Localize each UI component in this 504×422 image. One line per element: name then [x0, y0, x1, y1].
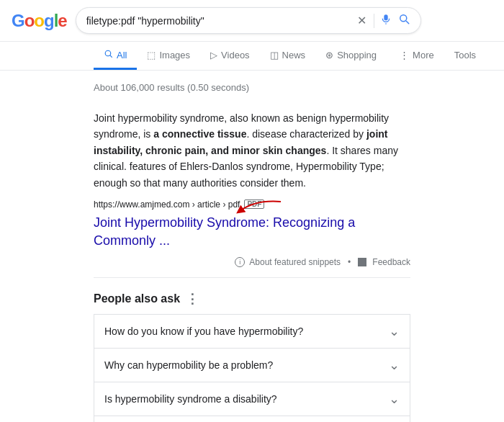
about-snippets: i About featured snippets • Feedback [94, 257, 410, 267]
feedback-link[interactable]: Feedback [372, 257, 410, 267]
results-count: About 106,000 results (0.50 seconds) [94, 82, 410, 93]
tab-news-label: News [282, 50, 306, 60]
tab-more[interactable]: ⋮ More [390, 42, 444, 70]
snippet-url-row: https://www.amjmed.com › article › pdf P… [94, 199, 410, 210]
snippet-url-container: https://www.amjmed.com › article › pdf P… [94, 199, 410, 212]
paa-item-2[interactable]: Is hypermobility syndrome a disability? … [94, 382, 410, 416]
tab-news[interactable]: ◫ News [260, 42, 316, 70]
paa-question-1: Why can hypermobility be a problem? [104, 359, 273, 371]
tab-images[interactable]: ⬚ Images [137, 42, 200, 70]
tab-more-label: More [413, 50, 434, 60]
all-icon [104, 49, 113, 60]
tab-all[interactable]: All [94, 42, 137, 70]
divider [374, 14, 374, 28]
paa-question-2: Is hypermobility syndrome a disability? [104, 393, 277, 405]
mic-icon[interactable] [380, 14, 392, 28]
more-dots-icon: ⋮ [400, 50, 409, 60]
red-arrow-annotation [234, 198, 284, 220]
paa-chevron-2: ⌄ [389, 391, 400, 407]
snippet-bold1: a connective tissue [153, 128, 246, 140]
paa-item-3[interactable]: Is hypermobility linked to ADHD? ⌄ [94, 416, 410, 422]
search-bar[interactable]: ✕ [76, 7, 421, 34]
tab-videos-label: Videos [221, 50, 250, 60]
videos-icon: ▷ [210, 50, 217, 60]
tab-videos[interactable]: ▷ Videos [200, 42, 260, 70]
about-snippets-link[interactable]: About featured snippets [249, 257, 341, 267]
paa-chevron-1: ⌄ [389, 357, 400, 373]
news-icon: ◫ [270, 50, 279, 60]
paa-item-1[interactable]: Why can hypermobility be a problem? ⌄ [94, 349, 410, 382]
nav-tabs: All ⬚ Images ▷ Videos ◫ News ⊛ Shopping … [0, 42, 504, 71]
snippet-url: https://www.amjmed.com › article › pdf [94, 199, 240, 210]
search-submit-icon[interactable] [397, 12, 410, 29]
snippet-mid: . disease characterized by [246, 128, 366, 140]
paa-header: People also ask ⋮ [94, 291, 410, 307]
tab-all-label: All [117, 50, 127, 60]
paa-options-icon[interactable]: ⋮ [186, 291, 199, 307]
snippet-text: Joint hypermobility syndrome, also known… [94, 110, 410, 191]
search-input[interactable] [86, 15, 350, 27]
paa-item-0[interactable]: How do you know if you have hypermobilit… [94, 314, 410, 349]
paa-heading: People also ask [94, 292, 180, 305]
shopping-icon: ⊛ [325, 50, 333, 60]
images-icon: ⬚ [147, 50, 156, 60]
header: Google ✕ [0, 0, 504, 42]
people-also-ask-section: People also ask ⋮ How do you know if you… [94, 291, 410, 422]
main-content: About 106,000 results (0.50 seconds) Joi… [0, 71, 504, 422]
info-icon: i [235, 257, 245, 267]
tab-images-label: Images [159, 50, 190, 60]
google-logo: Google [12, 11, 67, 31]
paa-chevron-0: ⌄ [389, 323, 400, 339]
tab-shopping[interactable]: ⊛ Shopping [315, 42, 387, 70]
tab-shopping-label: Shopping [337, 50, 377, 60]
featured-snippet: Joint hypermobility syndrome, also known… [94, 102, 410, 278]
svg-line-1 [110, 55, 112, 57]
feedback-square-icon [358, 258, 366, 266]
clear-icon[interactable]: ✕ [356, 12, 368, 29]
paa-question-0: How do you know if you have hypermobilit… [104, 326, 303, 337]
tab-tools[interactable]: Tools [444, 42, 486, 70]
